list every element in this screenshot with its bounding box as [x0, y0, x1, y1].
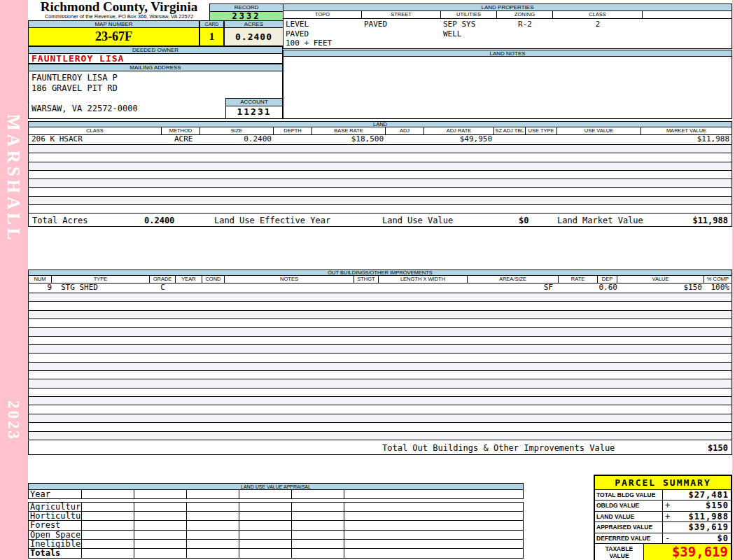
empty-row	[29, 405, 732, 414]
appraisal-cell	[82, 490, 134, 498]
land-col-adj-rate: ADJ RATE	[424, 127, 494, 134]
parcel-row-total-bldg: TOTAL BLDG VALUE $27,481	[595, 490, 731, 500]
appraisal-cell	[134, 521, 187, 529]
empty-row	[29, 345, 732, 354]
out-buildings-title: OUT BUILDINGS/OTHER IMPROVEMENTS	[28, 270, 732, 276]
empty-row	[29, 388, 732, 397]
ob-col-dep: DEP	[598, 276, 617, 283]
appraisal-cell	[239, 490, 292, 498]
appraisal-cell	[292, 490, 344, 498]
appraisal-cell	[187, 549, 239, 557]
topo-value: LEVEL PAVED 100 + FEET	[284, 19, 362, 48]
empty-row	[29, 188, 732, 196]
empty-row	[29, 354, 732, 362]
ob-rate-value	[559, 284, 598, 293]
ob-area-size-value: SF	[468, 284, 559, 293]
land-col-market-value: MARKET VALUE	[641, 127, 732, 134]
land-col-adj: ADJ	[386, 127, 424, 134]
appraisal-cell	[292, 512, 344, 520]
appraisal-label: Agriculture	[29, 503, 82, 510]
parcel-operator	[663, 522, 672, 532]
parcel-row-appraised: APPRAISED VALUE $39,619	[595, 522, 731, 533]
appraisal-cell	[239, 531, 292, 539]
parcel-value: $0	[672, 533, 731, 543]
acres-label: ACRES	[224, 20, 284, 28]
land-properties-section: LAND PROPERTIES TOPO STREET UTILITIES ZO…	[283, 4, 732, 49]
empty-row	[29, 363, 732, 371]
appraisal-row-year: Year	[28, 490, 524, 499]
appraisal-cell	[292, 521, 344, 529]
land-use-appraisal-section: LAND USE VALUE APPRAISAL Year Agricultur…	[28, 483, 524, 559]
out-buildings-headers: NUM TYPE GRADE YEAR COND NOTES STHGT LEN…	[28, 276, 732, 284]
property-record-card: MARSHALL 2023 Richmond County, Virginia …	[0, 0, 735, 560]
empty-row	[29, 319, 732, 328]
land-data-row: 206 K HSACR ACRE 0.2400 $18,500 $49,950 …	[28, 135, 732, 145]
empty-row	[29, 162, 732, 171]
appraisal-cell	[344, 512, 523, 520]
land-use-type-value	[526, 135, 557, 144]
blank-value	[643, 19, 732, 48]
ob-cond-value	[202, 284, 225, 293]
parcel-operator: +	[663, 512, 672, 522]
column-header-class: CLASS	[553, 11, 643, 19]
card-label: CARD	[200, 20, 224, 28]
parcel-label: TOTAL BLDG VALUE	[595, 490, 663, 500]
taxable-value: $39,619	[644, 544, 731, 560]
appraisal-cell	[187, 503, 239, 510]
appraisal-cell	[134, 490, 187, 498]
account-value: 11231	[225, 106, 283, 119]
land-use-effective-year-label: Land Use Effective Year	[214, 216, 330, 225]
appraisal-cell	[134, 549, 187, 557]
class-value: 2	[553, 19, 643, 48]
zoning-value: R-2	[497, 19, 553, 48]
address-line: FAUNTLEROY LISA P	[31, 73, 282, 83]
empty-row	[29, 171, 732, 179]
appraisal-cell	[239, 521, 292, 529]
land-base-rate-value: $18,500	[312, 135, 386, 144]
appraisal-cell	[292, 531, 344, 539]
ob-col-sthgt: STHGT	[354, 276, 379, 283]
ob-col-notes: NOTES	[225, 276, 354, 283]
parcel-row-taxable: TAXABLE VALUE $39,619	[595, 544, 731, 560]
total-acres-label: Total Acres	[32, 216, 88, 225]
land-use-appraisal-title: LAND USE VALUE APPRAISAL	[28, 483, 524, 490]
land-col-size: SIZE	[200, 127, 274, 134]
parcel-row-deferred: DEFERRED VALUE - $0	[595, 533, 731, 544]
appraisal-row-open-space: Open Space	[28, 531, 524, 540]
appraisal-cell	[344, 503, 523, 510]
ob-col-grade: GRADE	[150, 276, 176, 283]
map-number-label: MAP NUMBER	[28, 20, 200, 28]
land-adj-value	[386, 135, 424, 144]
appraisal-cell	[239, 549, 292, 557]
appraisal-cell	[292, 503, 344, 510]
land-notes-body	[283, 57, 732, 119]
land-sz-adj-tbl-value	[494, 135, 526, 144]
appraisal-cell	[344, 540, 523, 548]
ob-col-cond: COND	[202, 276, 225, 283]
deeded-owner-section: DEEDED OWNER FAUNTLEROY LISA	[28, 46, 283, 64]
ob-year-value	[176, 284, 202, 293]
column-header-topo: TOPO	[284, 11, 362, 19]
empty-row	[29, 302, 732, 310]
empty-row	[29, 432, 732, 440]
empty-row	[29, 197, 732, 205]
appraisal-cell	[82, 512, 134, 520]
empty-row	[29, 311, 732, 319]
parcel-summary-section: PARCEL SUMMARY TOTAL BLDG VALUE $27,481 …	[594, 475, 732, 560]
appraisal-cell	[82, 521, 134, 529]
land-use-value-label: Land Use Value	[382, 216, 453, 225]
account-label: ACCOUNT	[225, 98, 283, 106]
empty-row	[29, 371, 732, 379]
ob-length-x-width-value	[379, 284, 468, 293]
land-section: LAND CLASS METHOD SIZE DEPTH BASE RATE A…	[28, 121, 732, 227]
land-depth-value	[274, 135, 312, 144]
ob-type-value: STG SHED	[52, 284, 150, 293]
appraisal-row-ineligible: Ineligible	[28, 540, 524, 549]
land-col-sz-adj-tbl: SZ ADJ TBL	[494, 127, 526, 134]
land-adj-rate-value: $49,950	[424, 135, 494, 144]
appraisal-cell	[344, 521, 523, 529]
land-class-value: 206 K HSACR	[29, 135, 162, 144]
ob-pct-comp-value: 100%	[704, 284, 732, 293]
land-totals-row: Total Acres 0.2400 Land Use Effective Ye…	[28, 214, 732, 227]
appraisal-cell	[134, 503, 187, 510]
